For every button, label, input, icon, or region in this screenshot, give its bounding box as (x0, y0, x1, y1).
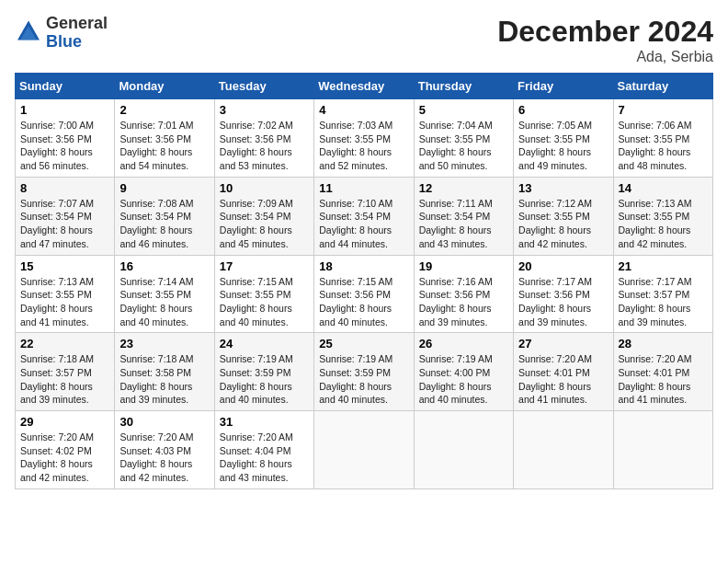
calendar-cell: 23Sunrise: 7:18 AM Sunset: 3:58 PM Dayli… (115, 333, 214, 411)
day-of-week-saturday: Saturday (613, 74, 712, 99)
day-number: 31 (220, 415, 309, 429)
day-info: Sunrise: 7:18 AM Sunset: 3:57 PM Dayligh… (20, 352, 109, 407)
day-number: 8 (20, 181, 109, 195)
calendar-cell (314, 411, 414, 489)
calendar-cell: 18Sunrise: 7:15 AM Sunset: 3:56 PM Dayli… (314, 255, 414, 333)
day-number: 3 (220, 103, 309, 117)
day-info: Sunrise: 7:19 AM Sunset: 3:59 PM Dayligh… (220, 352, 309, 407)
day-info: Sunrise: 7:16 AM Sunset: 3:56 PM Dayligh… (419, 275, 508, 329)
calendar-cell: 13Sunrise: 7:12 AM Sunset: 3:55 PM Dayli… (514, 177, 613, 255)
day-number: 20 (518, 259, 608, 273)
calendar-cell: 14Sunrise: 7:13 AM Sunset: 3:55 PM Dayli… (613, 177, 712, 255)
calendar-week-5: 29Sunrise: 7:20 AM Sunset: 4:02 PM Dayli… (16, 411, 713, 489)
calendar-cell: 1Sunrise: 7:00 AM Sunset: 3:56 PM Daylig… (16, 99, 115, 178)
day-info: Sunrise: 7:18 AM Sunset: 3:58 PM Dayligh… (119, 352, 209, 407)
calendar-cell: 31Sunrise: 7:20 AM Sunset: 4:04 PM Dayli… (214, 411, 313, 489)
calendar-cell (514, 411, 613, 489)
day-info: Sunrise: 7:20 AM Sunset: 4:01 PM Dayligh… (518, 352, 608, 407)
day-number: 23 (119, 337, 209, 350)
day-info: Sunrise: 7:11 AM Sunset: 3:54 PM Dayligh… (419, 197, 508, 251)
day-info: Sunrise: 7:09 AM Sunset: 3:54 PM Dayligh… (220, 197, 309, 251)
day-number: 24 (220, 337, 309, 350)
day-number: 13 (518, 181, 608, 195)
day-of-week-monday: Monday (115, 74, 214, 99)
calendar-cell: 11Sunrise: 7:10 AM Sunset: 3:54 PM Dayli… (314, 177, 414, 255)
day-number: 26 (419, 337, 508, 350)
day-number: 21 (619, 259, 708, 273)
day-info: Sunrise: 7:00 AM Sunset: 3:56 PM Dayligh… (20, 119, 109, 173)
title-block: December 2024 Ada, Serbia (497, 15, 713, 65)
day-info: Sunrise: 7:03 AM Sunset: 3:55 PM Dayligh… (319, 119, 408, 173)
calendar-cell: 25Sunrise: 7:19 AM Sunset: 3:59 PM Dayli… (314, 333, 414, 411)
day-info: Sunrise: 7:06 AM Sunset: 3:55 PM Dayligh… (619, 119, 708, 173)
day-info: Sunrise: 7:15 AM Sunset: 3:56 PM Dayligh… (319, 275, 408, 329)
calendar-cell: 2Sunrise: 7:01 AM Sunset: 3:56 PM Daylig… (115, 99, 214, 178)
day-number: 4 (319, 103, 408, 117)
calendar-cell: 27Sunrise: 7:20 AM Sunset: 4:01 PM Dayli… (514, 333, 613, 411)
day-number: 6 (518, 103, 608, 117)
location: Ada, Serbia (497, 49, 713, 65)
calendar-week-1: 1Sunrise: 7:00 AM Sunset: 3:56 PM Daylig… (16, 99, 713, 178)
calendar-cell: 4Sunrise: 7:03 AM Sunset: 3:55 PM Daylig… (314, 99, 414, 178)
day-of-week-friday: Friday (514, 74, 613, 99)
day-info: Sunrise: 7:20 AM Sunset: 4:03 PM Dayligh… (119, 431, 209, 485)
calendar-cell: 16Sunrise: 7:14 AM Sunset: 3:55 PM Dayli… (115, 255, 214, 333)
day-number: 1 (20, 103, 109, 117)
day-info: Sunrise: 7:19 AM Sunset: 3:59 PM Dayligh… (319, 352, 408, 407)
day-info: Sunrise: 7:01 AM Sunset: 3:56 PM Dayligh… (119, 119, 209, 173)
page-header: General Blue December 2024 Ada, Serbia (15, 15, 713, 65)
day-info: Sunrise: 7:15 AM Sunset: 3:55 PM Dayligh… (220, 275, 309, 329)
day-number: 30 (119, 415, 209, 429)
day-info: Sunrise: 7:10 AM Sunset: 3:54 PM Dayligh… (319, 197, 408, 251)
day-number: 16 (119, 259, 209, 273)
day-info: Sunrise: 7:04 AM Sunset: 3:55 PM Dayligh… (419, 119, 508, 173)
calendar-cell: 20Sunrise: 7:17 AM Sunset: 3:56 PM Dayli… (514, 255, 613, 333)
day-number: 25 (319, 337, 408, 350)
day-number: 7 (619, 103, 708, 117)
day-info: Sunrise: 7:14 AM Sunset: 3:55 PM Dayligh… (119, 275, 209, 329)
day-number: 28 (619, 337, 708, 350)
calendar-header: SundayMondayTuesdayWednesdayThursdayFrid… (16, 74, 713, 99)
month-title: December 2024 (497, 15, 713, 49)
calendar-cell: 7Sunrise: 7:06 AM Sunset: 3:55 PM Daylig… (613, 99, 712, 178)
day-info: Sunrise: 7:20 AM Sunset: 4:04 PM Dayligh… (220, 431, 309, 485)
day-of-week-sunday: Sunday (16, 74, 115, 99)
day-number: 5 (419, 103, 508, 117)
calendar-cell: 22Sunrise: 7:18 AM Sunset: 3:57 PM Dayli… (16, 333, 115, 411)
calendar-cell: 6Sunrise: 7:05 AM Sunset: 3:55 PM Daylig… (514, 99, 613, 178)
calendar-cell: 29Sunrise: 7:20 AM Sunset: 4:02 PM Dayli… (16, 411, 115, 489)
calendar-cell: 26Sunrise: 7:19 AM Sunset: 4:00 PM Dayli… (414, 333, 513, 411)
day-info: Sunrise: 7:17 AM Sunset: 3:57 PM Dayligh… (619, 275, 708, 329)
calendar-cell (414, 411, 513, 489)
calendar-week-3: 15Sunrise: 7:13 AM Sunset: 3:55 PM Dayli… (16, 255, 713, 333)
day-info: Sunrise: 7:20 AM Sunset: 4:02 PM Dayligh… (20, 431, 109, 485)
day-number: 22 (20, 337, 109, 350)
logo: General Blue (15, 15, 108, 52)
logo-blue-text: Blue (46, 32, 82, 51)
day-number: 27 (518, 337, 608, 350)
day-info: Sunrise: 7:13 AM Sunset: 3:55 PM Dayligh… (619, 197, 708, 251)
day-number: 2 (119, 103, 209, 117)
day-number: 15 (20, 259, 109, 273)
logo-general-text: General (46, 14, 108, 32)
calendar-week-4: 22Sunrise: 7:18 AM Sunset: 3:57 PM Dayli… (16, 333, 713, 411)
day-number: 12 (419, 181, 508, 195)
day-info: Sunrise: 7:05 AM Sunset: 3:55 PM Dayligh… (518, 119, 608, 173)
day-info: Sunrise: 7:02 AM Sunset: 3:56 PM Dayligh… (220, 119, 309, 173)
day-number: 18 (319, 259, 408, 273)
calendar-cell: 10Sunrise: 7:09 AM Sunset: 3:54 PM Dayli… (214, 177, 313, 255)
day-number: 10 (220, 181, 309, 195)
calendar-cell: 28Sunrise: 7:20 AM Sunset: 4:01 PM Dayli… (613, 333, 712, 411)
calendar-cell: 30Sunrise: 7:20 AM Sunset: 4:03 PM Dayli… (115, 411, 214, 489)
calendar-cell: 24Sunrise: 7:19 AM Sunset: 3:59 PM Dayli… (214, 333, 313, 411)
day-info: Sunrise: 7:13 AM Sunset: 3:55 PM Dayligh… (20, 275, 109, 329)
day-number: 14 (619, 181, 708, 195)
day-number: 17 (220, 259, 309, 273)
calendar-cell: 3Sunrise: 7:02 AM Sunset: 3:56 PM Daylig… (214, 99, 313, 178)
day-info: Sunrise: 7:12 AM Sunset: 3:55 PM Dayligh… (518, 197, 608, 251)
day-info: Sunrise: 7:17 AM Sunset: 3:56 PM Dayligh… (518, 275, 608, 329)
day-of-week-thursday: Thursday (414, 74, 513, 99)
calendar-cell: 12Sunrise: 7:11 AM Sunset: 3:54 PM Dayli… (414, 177, 513, 255)
calendar-cell (613, 411, 712, 489)
day-number: 19 (419, 259, 508, 273)
